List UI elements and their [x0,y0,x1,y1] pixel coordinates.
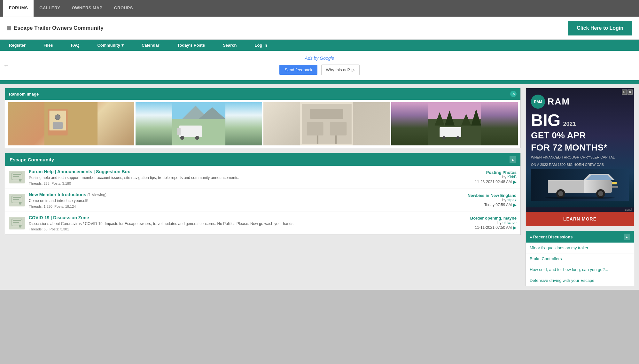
forum-last-date-1: 11-23-2021 02:48 AM ▶ [459,179,517,184]
forum-info-3: COVID-19 | Discussion Zone Discussions a… [29,215,455,231]
random-image-title: Random Image [9,92,39,97]
nav-tab-groups[interactable]: GROUPS [108,0,138,17]
sec-nav-files[interactable]: Files [35,40,62,51]
image-thumb-3[interactable] [263,102,390,145]
ram-logo-area: RAM RAM [531,95,629,109]
svg-rect-39 [13,222,19,223]
svg-rect-9 [179,126,202,137]
svg-rect-31 [13,176,19,177]
ram-apr-line2: FOR 72 MONTHS* [531,143,629,153]
ad-close-button[interactable]: ✕ [627,89,633,95]
recent-discussion-item-3[interactable]: How cold, and for how long, can you go?.… [526,264,634,275]
forum-last-2: Newbies in New England by stpax Today 07… [459,193,517,207]
image-thumb-4[interactable] [391,102,518,145]
forum-desc-2: Come on in and introduce yourself! [29,198,455,204]
image-thumb-1[interactable] [8,102,134,145]
svg-point-49 [545,197,615,199]
forum-last-3: Border opening, maybe by oldwave 11-11-2… [459,216,517,230]
forum-section: Escape Community ▲ Forum Help | [5,153,521,235]
forum-last-1: Posting Photos by KirkB 11-23-2021 02:48… [459,170,517,184]
recent-discussion-item-2[interactable]: Brake Controllers [526,253,634,264]
recent-discussion-item-4[interactable]: Defensive driving with your Escape [526,275,634,286]
svg-rect-19 [335,136,337,144]
random-image-header: Random Image ✕ [5,88,520,100]
ram-logo-circle: RAM [531,95,545,109]
forum-icon-1 [9,171,25,183]
svg-point-27 [442,136,446,139]
collapse-recent-discussions-button[interactable]: ▲ [624,234,630,240]
recent-discussion-item-1[interactable]: Minor fix questions on my trailer [526,243,634,253]
svg-rect-4 [53,122,63,129]
svg-rect-26 [440,127,461,137]
svg-point-46 [598,191,603,196]
forum-stats-3: Threads: 65, Posts: 3,301 [29,227,455,231]
forum-row: Forum Help | Announcements | Suggestion … [5,166,520,189]
ram-sub-text2: ON A 2022 RAM 1500 BIG HORN CREW CAB [531,162,629,167]
sec-nav-search[interactable]: Search [214,40,245,51]
forum-last-title-2[interactable]: Newbies in New England [459,193,517,198]
login-button[interactable]: Click Here to Login [568,21,632,35]
sec-nav-faq[interactable]: FAQ [62,40,89,51]
content-area: Random Image ✕ [0,84,639,290]
forum-viewing-2: (1 Viewing) [87,193,106,197]
google-text: Google [320,56,334,61]
ad-info-button[interactable]: ▷ [622,89,627,95]
nav-tab-forums[interactable]: FORUMS [3,0,34,17]
why-ad-icon: ▷ [352,67,355,72]
ad-buttons: Send feedback Why this ad? ▷ [5,65,634,75]
nav-tab-owners-map[interactable]: OWNERS MAP [66,0,108,17]
site-title-text: Escape Trailer Owners Community [14,25,104,31]
svg-rect-17 [310,109,343,119]
ads-by-google-label: Ads by Google [5,56,634,61]
svg-point-28 [456,136,459,139]
forum-title-link-3[interactable]: COVID-19 | Discussion Zone [29,215,89,220]
forum-last-author-3[interactable]: oldwave [503,221,517,225]
sec-nav-register[interactable]: Register [0,40,35,51]
forum-desc-1: Posting help and tech support, member ac… [29,175,455,181]
forum-last-author-1[interactable]: KirkB [507,175,517,179]
ad-back-arrow[interactable]: ← [3,62,9,69]
main-column: Random Image ✕ [5,88,521,286]
image-thumb-2[interactable] [136,102,262,145]
sec-nav-community[interactable]: Community ▾ [88,40,133,51]
ram-sub-text1: WHEN FINANCED THROUGH CHRYSLER CAPITAL [531,155,629,160]
svg-point-11 [180,136,184,140]
sec-nav-calendar[interactable]: Calendar [133,40,168,51]
svg-point-44 [558,191,563,196]
send-feedback-button[interactable]: Send feedback [279,65,317,75]
forum-icon-2 [9,194,25,206]
forum-last-date-3: 11-11-2021 07:50 AM ▶ [459,225,517,230]
svg-rect-18 [317,136,318,144]
learn-more-button[interactable]: LEARN MORE [526,212,634,226]
legal-text: Legal [526,207,634,212]
forum-last-date-2: Today 07:59 AM ▶ [459,202,517,207]
random-image-close-button[interactable]: ✕ [510,91,517,97]
svg-point-36 [19,202,21,205]
svg-rect-35 [13,199,19,200]
svg-rect-16 [330,122,347,136]
nav-tab-gallery[interactable]: GALLERY [34,0,66,17]
forum-row: New Member Introductions (1 Viewing) Com… [5,189,520,212]
forum-title-link-1[interactable]: Forum Help | Announcements | Suggestion … [29,169,130,174]
forum-last-title-3[interactable]: Border opening, maybe [459,216,517,221]
forum-last-author-2[interactable]: stpax [507,198,517,202]
svg-rect-15 [307,122,323,136]
svg-rect-30 [13,174,21,175]
last-post-arrow-3: ▶ [513,225,517,230]
why-this-ad-button[interactable]: Why this ad? ▷ [321,65,360,75]
recent-discussions-header: » Recent Discussions ▲ [526,231,634,243]
forum-title-link-2[interactable]: New Member Introductions [29,192,86,197]
sec-nav-todays-posts[interactable]: Today's Posts [168,40,214,51]
last-post-arrow-2: ▶ [513,202,517,207]
recent-discussions-title: » Recent Discussions [530,235,573,239]
site-title: Escape Trailer Owners Community [7,25,104,31]
forum-desc-3: Discussions about Coronavirus / COVID-19… [29,221,455,227]
ram-truck-image [531,169,629,201]
ram-big-text: BIG [531,112,560,128]
forum-icon-3 [9,217,25,229]
forum-last-title-1[interactable]: Posting Photos [459,170,517,175]
ram-apr-line1: GET 0% APR [531,130,629,141]
collapse-forum-section-button[interactable]: ▲ [510,156,516,163]
forum-section-title: Escape Community [10,157,54,162]
sec-nav-login[interactable]: Log in [246,40,276,51]
